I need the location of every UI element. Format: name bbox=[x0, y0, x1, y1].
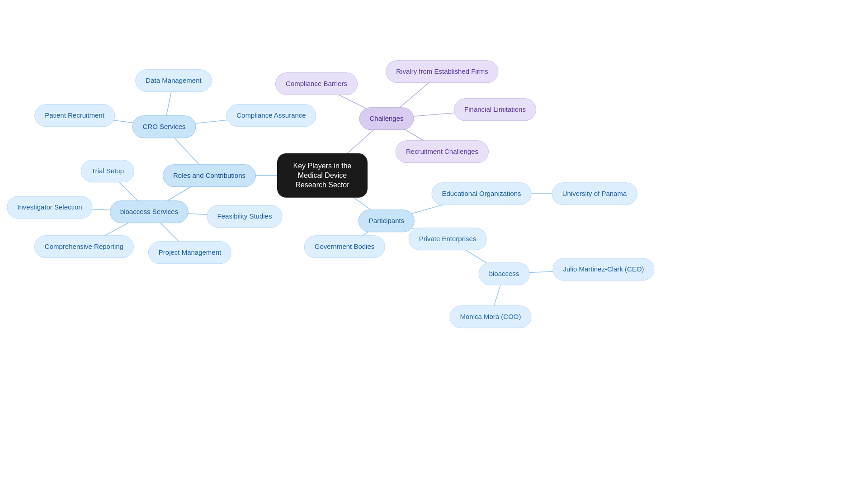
node-challenges: Challenges bbox=[359, 107, 414, 130]
node-roles: Roles and Contributions bbox=[163, 164, 256, 187]
node-monica: Monica Mora (COO) bbox=[449, 305, 531, 328]
node-cro_services: CRO Services bbox=[132, 115, 196, 138]
node-univ_panama: University of Panama bbox=[552, 182, 637, 205]
node-rivalry: Rivalry from Established Firms bbox=[386, 60, 498, 83]
node-compliance_barriers: Compliance Barriers bbox=[275, 72, 358, 95]
node-investigator_sel: Investigator Selection bbox=[7, 196, 92, 219]
node-bioaccess_services: bioaccess Services bbox=[110, 200, 189, 223]
node-compliance_assurance: Compliance Assurance bbox=[226, 104, 316, 127]
node-private_ent: Private Enterprises bbox=[409, 228, 487, 250]
node-center: Key Players in the Medical Device Resear… bbox=[277, 153, 368, 198]
node-comp_reporting: Comprehensive Reporting bbox=[34, 235, 134, 258]
node-trial_setup: Trial Setup bbox=[81, 160, 134, 182]
node-edu_orgs: Educational Organizations bbox=[431, 182, 531, 205]
node-gov_bodies: Government Bodies bbox=[304, 235, 385, 258]
node-julio: Julio Martinez-Clark (CEO) bbox=[552, 258, 654, 281]
node-project_mgmt: Project Management bbox=[148, 241, 231, 264]
node-bioaccess: bioaccess bbox=[479, 262, 530, 285]
node-participants: Participants bbox=[359, 209, 415, 232]
node-feasibility: Feasibility Studies bbox=[207, 205, 283, 228]
mindmap-container: Key Players in the Medical Device Resear… bbox=[0, 0, 868, 490]
node-recruit_challenges: Recruitment Challenges bbox=[396, 140, 489, 163]
node-financial_lim: Financial Limitations bbox=[454, 98, 536, 121]
node-patient_rec: Patient Recruitment bbox=[34, 104, 115, 127]
node-data_mgmt: Data Management bbox=[135, 69, 212, 92]
